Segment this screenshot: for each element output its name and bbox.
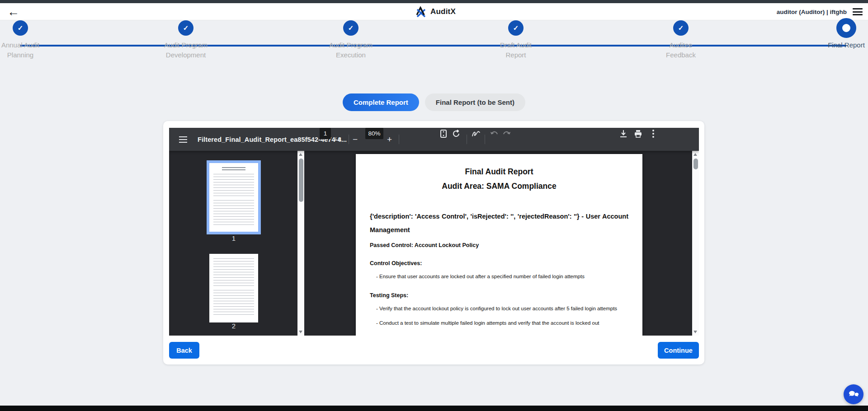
app-header: ← AuditX auditor (Auditor) | iftghb — [0, 3, 868, 20]
annotate-pen-icon[interactable] — [470, 128, 482, 140]
step-current-circle[interactable] — [836, 18, 856, 38]
check-icon: ✓ — [18, 24, 24, 32]
chat-bubbles-icon — [849, 390, 859, 398]
step-label: Auditee Feedback — [659, 40, 703, 60]
pdf-toolbar: Filtered_Final_Audit_Report_ea85f542-4e7… — [169, 128, 699, 151]
check-icon: ✓ — [513, 24, 519, 32]
thumbnail-page-1[interactable] — [207, 160, 261, 234]
stepper-connector-line — [20, 45, 846, 47]
report-card: Filtered_Final_Audit_Report_ea85f542-4e7… — [163, 121, 704, 364]
hamburger-menu-icon[interactable] — [853, 8, 863, 15]
chat-fab-button[interactable] — [844, 384, 863, 404]
step-label: Final Report — [825, 40, 868, 50]
toolbar-divider — [399, 135, 399, 144]
tab-final-report-to-be-sent[interactable]: Final Report (to be Sent) — [425, 93, 525, 111]
back-arrow-icon[interactable]: ← — [7, 4, 19, 19]
scrollbar-thumb[interactable] — [693, 159, 698, 169]
thumbnail-text-lines — [222, 167, 245, 170]
step-label: Audit Program Development — [164, 40, 208, 60]
page-number-input[interactable]: 1 — [320, 128, 331, 139]
zoom-in-icon[interactable]: + — [387, 128, 392, 151]
step-label: Audit Program Execution — [329, 40, 373, 60]
toolbar-divider — [349, 135, 349, 144]
document-heading: {'description': 'Access Control', 'isRej… — [370, 210, 628, 237]
thumbnail-page-2-number: 2 — [207, 322, 261, 330]
section-item: - Verify that the account lockout policy… — [376, 305, 628, 312]
step-check-circle[interactable]: ✓ — [343, 20, 359, 36]
tab-complete-report[interactable]: Complete Report — [343, 93, 419, 111]
step-label: Draft Audit Report — [494, 40, 538, 60]
thumbnail-text-lines — [213, 290, 254, 317]
more-options-icon[interactable] — [647, 128, 659, 140]
document-scrollbar[interactable] — [692, 151, 699, 336]
fit-page-icon[interactable] — [438, 128, 449, 140]
toolbar-divider — [467, 135, 467, 144]
scroll-up-icon[interactable] — [693, 153, 697, 156]
window-bottom-strip — [0, 406, 868, 411]
step-label: Annual Audit Planning — [0, 40, 42, 60]
pdf-page-1: Final Audit Report Audit Area: SAMA Comp… — [356, 154, 642, 336]
step-check-circle[interactable]: ✓ — [178, 20, 193, 36]
thumbnails-scrollbar[interactable] — [297, 151, 304, 336]
thumbnail-text-lines — [213, 174, 254, 196]
document-subtitle: Audit Area: SAMA Compliance — [370, 181, 628, 191]
step-auditee-feedback: ✓ Auditee Feedback — [645, 20, 717, 60]
window-top-strip — [0, 0, 868, 3]
undo-icon[interactable] — [488, 128, 500, 140]
workflow-stepper: ✓ Annual Audit Planning ✓ Audit Program … — [0, 20, 868, 90]
redo-icon[interactable] — [501, 128, 513, 140]
check-icon: ✓ — [678, 24, 684, 32]
step-final-report: Final Report — [810, 20, 868, 50]
zoom-level-value[interactable]: 80% — [365, 128, 383, 139]
report-tabs: Complete Report Final Report (to be Sent… — [0, 93, 868, 111]
rotate-icon[interactable] — [450, 128, 462, 140]
check-icon: ✓ — [183, 24, 189, 32]
continue-button[interactable]: Continue — [658, 342, 699, 359]
back-button[interactable]: Back — [169, 342, 199, 359]
scroll-down-icon[interactable] — [299, 331, 302, 333]
step-draft-audit-report: ✓ Draft Audit Report — [480, 20, 552, 60]
thumbnail-page-1-number: 1 — [207, 234, 261, 242]
thumbnail-text-lines — [213, 200, 254, 225]
toolbar-divider — [485, 135, 485, 144]
section-item: - Ensure that user accounts are locked o… — [376, 273, 628, 280]
scroll-up-icon[interactable] — [299, 153, 302, 156]
download-icon[interactable] — [618, 128, 629, 140]
step-audit-program-development: ✓ Audit Program Development — [150, 20, 222, 60]
step-annual-audit-planning: ✓ Annual Audit Planning — [0, 20, 57, 60]
thumbnail-page-2[interactable] — [209, 254, 258, 322]
pdf-content-area: 1 2 Final Audit Report Audit Area: SAMA … — [169, 151, 699, 336]
scroll-down-icon[interactable] — [693, 331, 697, 333]
user-role-label: auditor (Auditor) | iftghb — [777, 9, 847, 15]
document-title: Final Audit Report — [370, 166, 628, 177]
section-heading: Control Objectives: — [370, 260, 628, 266]
section-item: - Conduct a test to simulate multiple fa… — [376, 320, 628, 327]
section-heading: Testing Steps: — [370, 292, 628, 299]
sidebar-toggle-icon[interactable] — [177, 134, 189, 145]
zoom-out-icon[interactable]: − — [353, 128, 358, 151]
step-check-circle[interactable]: ✓ — [13, 20, 28, 36]
app-title: AuditX — [430, 7, 456, 16]
thumbnail-text-lines — [213, 258, 254, 286]
print-icon[interactable] — [632, 128, 644, 140]
step-check-circle[interactable]: ✓ — [673, 20, 689, 36]
page-total-label: / 8 — [335, 128, 341, 151]
app-brand: AuditX — [415, 3, 456, 20]
step-check-circle[interactable]: ✓ — [508, 20, 524, 36]
passed-control-line: Passed Control: Account Lockout Policy — [370, 242, 628, 248]
auditx-logo-icon — [415, 6, 427, 18]
pdf-viewer: Filtered_Final_Audit_Report_ea85f542-4e7… — [169, 128, 699, 336]
step-audit-program-execution: ✓ Audit Program Execution — [315, 20, 387, 60]
scrollbar-thumb[interactable] — [299, 159, 303, 202]
check-icon: ✓ — [348, 24, 354, 32]
